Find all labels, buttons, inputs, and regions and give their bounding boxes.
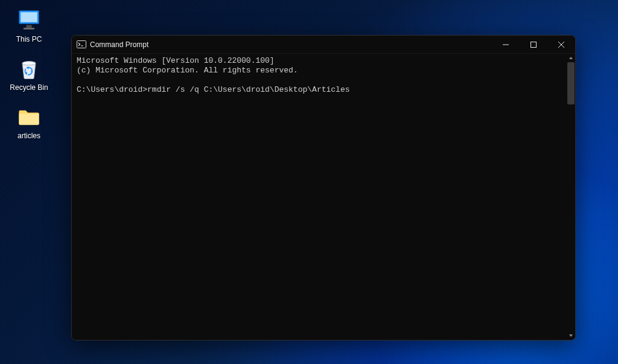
desktop-icon-this-pc[interactable]: This PC [5, 5, 53, 46]
scroll-down-arrow-icon[interactable] [567, 331, 575, 340]
window-titlebar[interactable]: Command Prompt [72, 36, 575, 54]
minimize-button[interactable] [492, 36, 520, 53]
svg-rect-1 [21, 12, 37, 22]
terminal-command: rmdir /s /q C:\Users\droid\Desktop\Artic… [147, 85, 349, 95]
terminal-prompt: C:\Users\droid> [77, 85, 147, 95]
terminal-blank-line [77, 75, 572, 85]
window-title: Command Prompt [90, 40, 148, 49]
maximize-button[interactable] [520, 36, 547, 53]
desktop-icon-articles[interactable]: articles [5, 101, 53, 142]
terminal-output-line: (c) Microsoft Corporation. All rights re… [77, 66, 572, 75]
titlebar-left: Command Prompt [77, 40, 148, 49]
close-button[interactable] [547, 36, 575, 53]
svg-rect-5 [77, 40, 86, 48]
desktop-icon-label: Recycle Bin [10, 83, 48, 92]
window-controls [492, 36, 575, 53]
scrollbar-thumb[interactable] [567, 62, 575, 104]
command-prompt-icon [77, 40, 86, 49]
monitor-icon [16, 7, 42, 34]
terminal-output-line: Microsoft Windows [Version 10.0.22000.10… [77, 56, 572, 66]
recycle-bin-icon [16, 56, 42, 82]
desktop-icon-label: This PC [16, 35, 42, 43]
desktop-icon-label: articles [18, 132, 40, 140]
svg-rect-3 [24, 28, 34, 30]
desktop-icon-recycle-bin[interactable]: Recycle Bin [5, 53, 53, 94]
command-prompt-window: Command Prompt [71, 35, 576, 340]
svg-rect-8 [531, 42, 537, 47]
terminal-body[interactable]: Microsoft Windows [Version 10.0.22000.10… [72, 54, 575, 340]
desktop-icons-area: This PC Recycle Bin [5, 5, 53, 142]
maximize-icon [530, 39, 537, 50]
minimize-icon [503, 39, 509, 50]
folder-icon [16, 104, 42, 130]
svg-rect-2 [26, 25, 31, 28]
scroll-up-arrow-icon[interactable] [567, 54, 575, 62]
close-icon [558, 39, 564, 50]
terminal-scrollbar[interactable] [567, 54, 575, 340]
terminal-prompt-line: C:\Users\droid>rmdir /s /q C:\Users\droi… [77, 85, 572, 95]
svg-point-4 [22, 62, 36, 65]
